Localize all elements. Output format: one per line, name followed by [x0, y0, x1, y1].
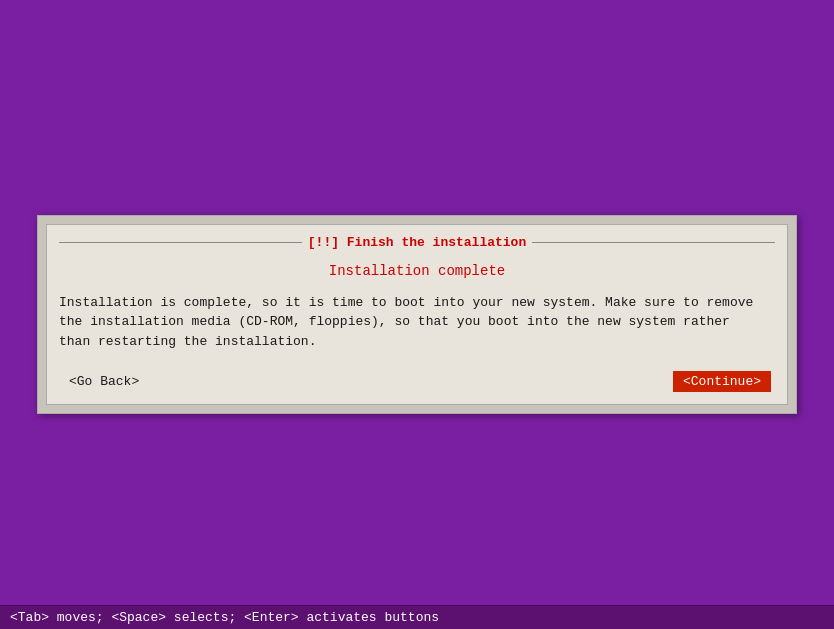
- dialog-title: [!!] Finish the installation: [302, 235, 532, 250]
- dialog-inner: [!!] Finish the installation Installatio…: [46, 224, 788, 406]
- dialog-buttons: <Go Back> <Continue>: [59, 371, 775, 392]
- installation-complete-label: Installation complete: [59, 263, 775, 279]
- continue-button[interactable]: <Continue>: [673, 371, 771, 392]
- title-line-right: [532, 242, 775, 243]
- dialog-window: [!!] Finish the installation Installatio…: [37, 215, 797, 415]
- dialog-title-row: [!!] Finish the installation: [59, 233, 775, 253]
- status-bar-text: <Tab> moves; <Space> selects; <Enter> ac…: [10, 610, 439, 625]
- title-line-left: [59, 242, 302, 243]
- main-screen: [!!] Finish the installation Installatio…: [0, 0, 834, 629]
- dialog-body: Installation is complete, so it is time …: [59, 293, 775, 352]
- go-back-button[interactable]: <Go Back>: [63, 372, 145, 391]
- status-bar: <Tab> moves; <Space> selects; <Enter> ac…: [0, 605, 834, 629]
